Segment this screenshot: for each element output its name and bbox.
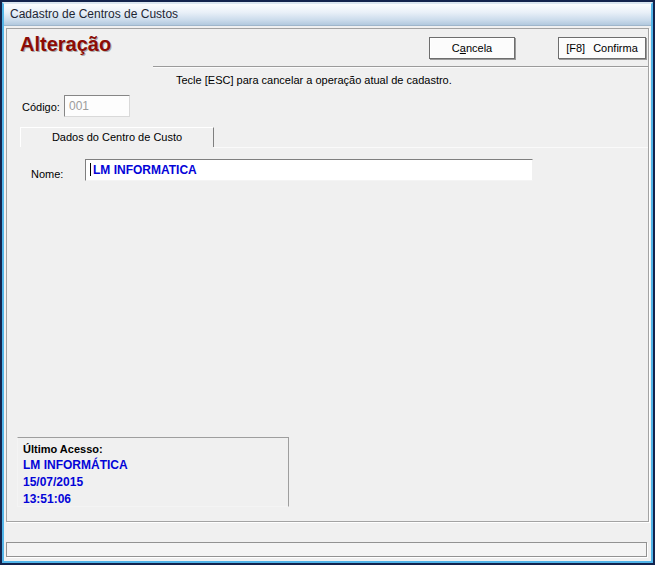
tab-dados-do-centro-de-custo[interactable]: Dados do Centro de Custo <box>20 127 214 147</box>
window-title: Cadastro de Centros de Custos <box>10 7 178 21</box>
last-access-heading: Último Acesso: <box>23 443 288 455</box>
confirm-key-hint: [F8] <box>566 42 585 54</box>
window-frame: Cadastro de Centros de Custos Alteração … <box>2 2 653 563</box>
cancel-button[interactable]: Cancela <box>429 37 515 59</box>
confirm-button[interactable]: [F8]Confirma <box>558 37 646 59</box>
client-area: Alteração Cancela [F8]Confirma Tecle [ES… <box>4 26 651 561</box>
codigo-label: Código: <box>22 101 60 113</box>
last-access-name: LM INFORMÁTICA <box>23 458 288 472</box>
cancel-label-post: ncela <box>466 42 492 54</box>
mode-heading: Alteração <box>20 33 111 56</box>
codigo-input[interactable]: 001 <box>64 95 130 117</box>
esc-hint-text: Tecle [ESC] para cancelar a operação atu… <box>176 74 452 86</box>
app-window: Cadastro de Centros de Custos Alteração … <box>0 0 655 565</box>
nome-label: Nome: <box>31 168 63 180</box>
header-divider <box>153 66 648 68</box>
codigo-value: 001 <box>69 99 89 113</box>
last-access-date: 15/07/2015 <box>23 475 288 489</box>
confirm-label: Confirma <box>593 42 638 54</box>
status-bar <box>6 542 647 557</box>
nome-value: LM INFORMATICA <box>93 163 197 177</box>
last-access-box: Último Acesso: LM INFORMÁTICA 15/07/2015… <box>17 437 289 507</box>
text-caret <box>90 163 91 176</box>
tab-page-edge <box>214 147 648 148</box>
nome-input[interactable]: LM INFORMATICA <box>85 159 533 181</box>
main-panel: Alteração Cancela [F8]Confirma Tecle [ES… <box>6 28 649 522</box>
last-access-time: 13:51:06 <box>23 492 288 506</box>
tab-label: Dados do Centro de Custo <box>52 131 182 143</box>
cancel-label-pre: C <box>452 42 460 54</box>
titlebar[interactable]: Cadastro de Centros de Custos <box>4 4 651 26</box>
